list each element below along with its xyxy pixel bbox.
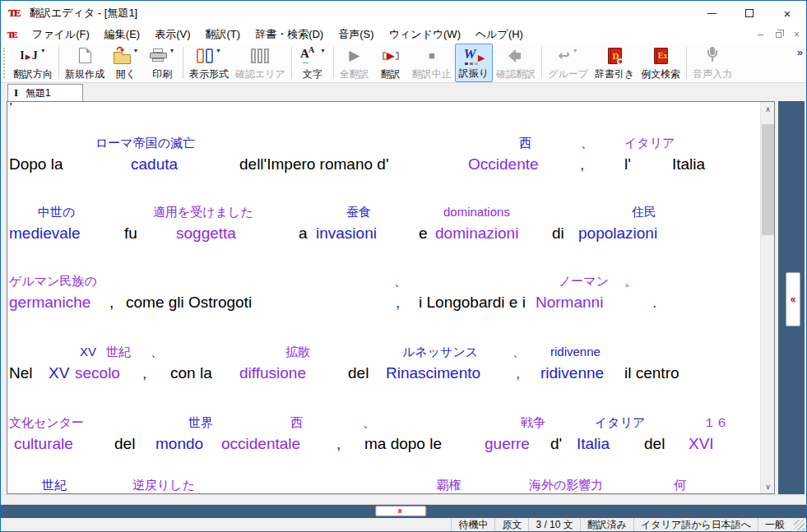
- toolbar-character-button[interactable]: AA↔▼文字: [295, 44, 331, 82]
- menu-item[interactable]: ウィンドウ(W): [382, 25, 468, 44]
- toolbar-group-button[interactable]: ↩▼グループ: [545, 44, 591, 82]
- toolbar-translate-stop-button[interactable]: ■翻訳中止: [409, 44, 455, 82]
- base-word: dominazioni: [435, 224, 518, 243]
- status-segment: 待機中: [451, 518, 494, 531]
- ruby-word: 住民: [632, 205, 656, 220]
- base-word: politico: [9, 103, 58, 106]
- resize-grip[interactable]: [794, 520, 805, 530]
- menu-item[interactable]: 辞書・検索(D): [248, 25, 331, 44]
- document-logo-icon: TE: [7, 29, 20, 40]
- vertical-scrollbar[interactable]: ∧ ∨: [760, 102, 774, 493]
- view-format-icon: [197, 49, 213, 63]
- menu-item[interactable]: ヘルプ(H): [468, 25, 531, 44]
- child-close-button[interactable]: ×: [788, 27, 805, 42]
- scroll-up-icon[interactable]: ∧: [761, 102, 775, 116]
- ruby-word: 文化センター: [9, 415, 84, 430]
- maximize-button[interactable]: [730, 2, 768, 25]
- status-segment: 一般: [758, 518, 791, 531]
- dropdown-arrow-icon[interactable]: ▼: [133, 48, 139, 53]
- vertical-scroll-thumb[interactable]: [762, 124, 774, 235]
- toolbar-separator: [291, 47, 292, 79]
- toolbar-button-label: 開く: [116, 67, 136, 81]
- toolbar-button-label: 文字: [303, 67, 322, 81]
- base-word: Normanni: [536, 294, 603, 312]
- character-icon: AA↔: [299, 47, 318, 65]
- chevron-left-icon: «: [791, 294, 796, 305]
- ruby-word: 、: [394, 274, 406, 289]
- translate-icon: ▶: [383, 50, 399, 61]
- menu-item[interactable]: 編集(E): [97, 25, 147, 44]
- ruby-word: イタリア: [624, 136, 675, 150]
- chevron-up-icon: «: [396, 508, 405, 513]
- close-button[interactable]: ×: [768, 2, 806, 25]
- ruby-word: dominations: [443, 205, 510, 220]
- ruby-word: 、: [512, 345, 525, 359]
- expand-side-panel-button[interactable]: «: [786, 272, 800, 326]
- toolbar-voice-input-button[interactable]: 音声入力: [689, 44, 735, 82]
- main-area: politicoeculturaledellaciviltàoccidental…: [1, 101, 806, 494]
- ruby-word: 蚕食: [346, 205, 371, 220]
- toolbar-separator: [58, 47, 59, 79]
- toolbar-separator: [686, 47, 687, 79]
- toolbar-example-search-button[interactable]: Ex例文検索: [638, 44, 684, 82]
- child-restore-icon: [776, 32, 781, 38]
- menu-item[interactable]: 表示(V): [147, 25, 197, 44]
- menu-item[interactable]: 翻訳(T): [198, 25, 248, 44]
- toolbar-button-label: 印刷: [152, 67, 172, 81]
- dropdown-arrow-icon[interactable]: ▼: [320, 48, 326, 53]
- base-word: con la: [170, 364, 212, 382]
- minimize-button[interactable]: [693, 2, 730, 25]
- dropdown-arrow-icon[interactable]: ▼: [169, 48, 175, 53]
- collapsed-side-panel: «: [778, 101, 805, 494]
- dropdown-arrow-icon[interactable]: ▼: [216, 48, 221, 53]
- microphone-icon: [705, 47, 720, 64]
- child-restore-button[interactable]: [770, 27, 787, 42]
- toolbar-button-label: 辞書引き: [595, 67, 634, 81]
- toolbar-confirm-area-button[interactable]: 確認エリア: [232, 44, 289, 82]
- scroll-down-icon[interactable]: ∨: [761, 479, 775, 493]
- toolbar-dictionary-lookup-button[interactable]: D辞書引き: [591, 44, 638, 82]
- base-word: secolo: [75, 364, 120, 382]
- toolbar-button-label: グループ: [548, 67, 588, 81]
- status-empty-area: [1, 518, 451, 531]
- tab-document-icon: I: [14, 86, 18, 99]
- title-bar: TE 翻訳エディタ - [無題1] ×: [1, 1, 806, 25]
- menu-item[interactable]: 音声(S): [331, 25, 381, 44]
- open-folder-icon: ↷: [114, 54, 131, 64]
- menu-item[interactable]: ファイル(F): [25, 25, 97, 44]
- ruby-word: ridivenne: [550, 345, 601, 359]
- base-word: ridivenne: [540, 364, 604, 382]
- base-word: ,: [109, 294, 114, 312]
- base-word: di: [552, 224, 564, 243]
- document-text[interactable]: politicoeculturaledellaciviltàoccidental…: [9, 103, 758, 493]
- ruby-word: ローマ帝国の滅亡: [95, 136, 195, 150]
- toolbar-new-file-button[interactable]: 新規作成: [62, 44, 108, 82]
- toolbar-overflow-button[interactable]: »: [797, 46, 803, 58]
- tab-untitled1[interactable]: I 無題1: [7, 84, 83, 101]
- toolbar-grip[interactable]: [3, 48, 8, 78]
- status-segment: 3 / 10 文: [528, 518, 579, 531]
- base-word: a: [299, 224, 308, 243]
- new-document-icon: [79, 48, 91, 63]
- toolbar-view-format-button[interactable]: ▼表示形式: [186, 44, 232, 82]
- toolbar-translate-button[interactable]: ▶翻訳: [373, 44, 409, 82]
- dropdown-arrow-icon[interactable]: ▼: [40, 48, 46, 53]
- toolbar-open-button[interactable]: ↷▼開く: [108, 44, 144, 82]
- horizontal-scrollbar[interactable]: [1, 494, 806, 505]
- toolbar-button-label: 全翻訳: [340, 67, 369, 81]
- toolbar-translate-all-button[interactable]: ▶全翻訳: [336, 44, 373, 82]
- base-word: germaniche: [9, 294, 90, 312]
- ruby-word: １６: [703, 415, 728, 430]
- toolbar-print-button[interactable]: ▼印刷: [144, 44, 180, 82]
- document-editor[interactable]: politicoeculturaledellaciviltàoccidental…: [7, 101, 775, 494]
- ruby-word: 海外の影響力: [529, 478, 603, 493]
- toolbar-ruby-translation-button[interactable]: W▶訳振り: [455, 44, 493, 82]
- dropdown-arrow-icon[interactable]: ▼: [573, 48, 578, 53]
- example-book-icon: Ex: [654, 48, 668, 64]
- toolbar-button-label: 確認エリア: [235, 67, 285, 81]
- expand-bottom-panel-button[interactable]: «: [375, 506, 426, 516]
- child-minimize-button[interactable]: –: [752, 27, 769, 42]
- toolbar-translation-direction-button[interactable]: I▶J▼翻訳方向: [10, 44, 56, 82]
- toolbar-confirm-translation-button[interactable]: 確認翻訳: [493, 44, 539, 82]
- base-word: d': [550, 435, 562, 453]
